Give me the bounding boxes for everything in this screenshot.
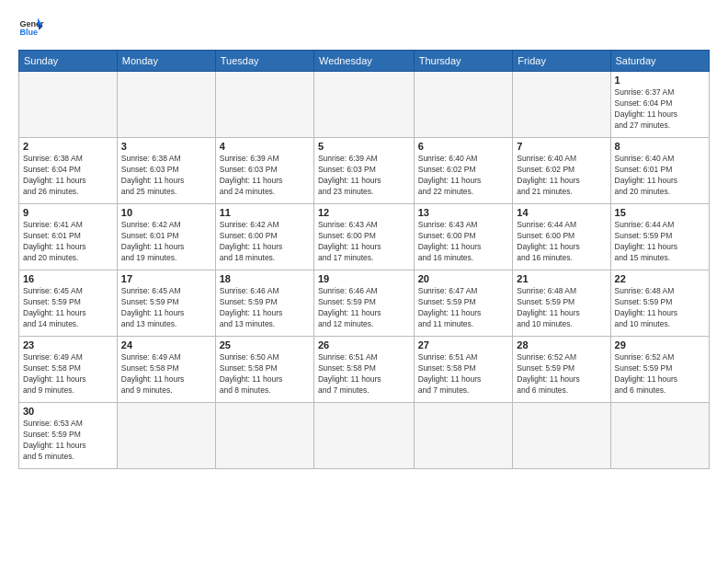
calendar-cell bbox=[313, 72, 414, 138]
day-info: Sunrise: 6:38 AM Sunset: 6:03 PM Dayligh… bbox=[121, 154, 211, 198]
week-row-5: 23Sunrise: 6:49 AM Sunset: 5:58 PM Dayli… bbox=[19, 337, 710, 403]
day-number: 19 bbox=[318, 273, 410, 284]
week-row-4: 16Sunrise: 6:45 AM Sunset: 5:59 PM Dayli… bbox=[19, 270, 710, 337]
calendar-cell bbox=[215, 72, 313, 138]
day-number: 7 bbox=[517, 141, 606, 152]
day-number: 26 bbox=[318, 339, 410, 350]
calendar-cell: 3Sunrise: 6:38 AM Sunset: 6:03 PM Daylig… bbox=[117, 138, 215, 204]
day-number: 29 bbox=[615, 339, 705, 350]
day-info: Sunrise: 6:39 AM Sunset: 6:03 PM Dayligh… bbox=[318, 154, 410, 198]
calendar-cell: 13Sunrise: 6:43 AM Sunset: 6:00 PM Dayli… bbox=[414, 204, 513, 270]
day-info: Sunrise: 6:53 AM Sunset: 5:59 PM Dayligh… bbox=[23, 419, 113, 463]
day-info: Sunrise: 6:40 AM Sunset: 6:01 PM Dayligh… bbox=[615, 154, 705, 198]
calendar-cell: 20Sunrise: 6:47 AM Sunset: 5:59 PM Dayli… bbox=[414, 270, 513, 337]
day-number: 30 bbox=[23, 406, 113, 417]
calendar-cell: 7Sunrise: 6:40 AM Sunset: 6:02 PM Daylig… bbox=[513, 138, 610, 204]
week-row-6: 30Sunrise: 6:53 AM Sunset: 5:59 PM Dayli… bbox=[19, 403, 710, 469]
weekday-header-sunday: Sunday bbox=[19, 51, 118, 72]
day-info: Sunrise: 6:47 AM Sunset: 5:59 PM Dayligh… bbox=[418, 286, 509, 330]
calendar-cell: 25Sunrise: 6:50 AM Sunset: 5:58 PM Dayli… bbox=[215, 337, 313, 403]
day-number: 24 bbox=[121, 339, 211, 350]
day-number: 4 bbox=[220, 141, 310, 152]
day-number: 22 bbox=[615, 273, 705, 284]
day-number: 21 bbox=[517, 273, 606, 284]
day-info: Sunrise: 6:51 AM Sunset: 5:58 PM Dayligh… bbox=[318, 352, 410, 396]
day-number: 16 bbox=[23, 273, 113, 284]
day-info: Sunrise: 6:52 AM Sunset: 5:59 PM Dayligh… bbox=[615, 352, 705, 396]
weekday-header-monday: Monday bbox=[117, 51, 215, 72]
day-info: Sunrise: 6:48 AM Sunset: 5:59 PM Dayligh… bbox=[615, 286, 705, 330]
calendar-cell: 9Sunrise: 6:41 AM Sunset: 6:01 PM Daylig… bbox=[19, 204, 118, 270]
calendar-cell: 17Sunrise: 6:45 AM Sunset: 5:59 PM Dayli… bbox=[117, 270, 215, 337]
calendar-cell: 11Sunrise: 6:42 AM Sunset: 6:00 PM Dayli… bbox=[215, 204, 313, 270]
logo: General Blue bbox=[18, 15, 44, 40]
day-info: Sunrise: 6:44 AM Sunset: 6:00 PM Dayligh… bbox=[517, 220, 606, 264]
day-number: 2 bbox=[23, 141, 113, 152]
day-number: 6 bbox=[418, 141, 509, 152]
day-number: 12 bbox=[318, 207, 410, 218]
day-info: Sunrise: 6:52 AM Sunset: 5:59 PM Dayligh… bbox=[517, 352, 606, 396]
calendar-cell bbox=[19, 72, 118, 138]
day-info: Sunrise: 6:42 AM Sunset: 6:01 PM Dayligh… bbox=[121, 220, 211, 264]
day-info: Sunrise: 6:40 AM Sunset: 6:02 PM Dayligh… bbox=[517, 154, 606, 198]
calendar-cell bbox=[215, 403, 313, 469]
calendar-cell: 5Sunrise: 6:39 AM Sunset: 6:03 PM Daylig… bbox=[313, 138, 414, 204]
day-number: 23 bbox=[23, 339, 113, 350]
calendar-cell: 21Sunrise: 6:48 AM Sunset: 5:59 PM Dayli… bbox=[513, 270, 610, 337]
calendar-cell: 12Sunrise: 6:43 AM Sunset: 6:00 PM Dayli… bbox=[313, 204, 414, 270]
day-number: 5 bbox=[318, 141, 410, 152]
calendar-table: SundayMondayTuesdayWednesdayThursdayFrid… bbox=[18, 50, 710, 469]
weekday-header-thursday: Thursday bbox=[414, 51, 513, 72]
calendar-cell: 2Sunrise: 6:38 AM Sunset: 6:04 PM Daylig… bbox=[19, 138, 118, 204]
calendar-cell: 30Sunrise: 6:53 AM Sunset: 5:59 PM Dayli… bbox=[19, 403, 118, 469]
day-number: 27 bbox=[418, 339, 509, 350]
day-info: Sunrise: 6:38 AM Sunset: 6:04 PM Dayligh… bbox=[23, 154, 113, 198]
calendar-cell bbox=[513, 72, 610, 138]
week-row-3: 9Sunrise: 6:41 AM Sunset: 6:01 PM Daylig… bbox=[19, 204, 710, 270]
calendar-cell: 18Sunrise: 6:46 AM Sunset: 5:59 PM Dayli… bbox=[215, 270, 313, 337]
calendar-cell: 14Sunrise: 6:44 AM Sunset: 6:00 PM Dayli… bbox=[513, 204, 610, 270]
weekday-header-wednesday: Wednesday bbox=[313, 51, 414, 72]
weekday-header-friday: Friday bbox=[513, 51, 610, 72]
day-info: Sunrise: 6:48 AM Sunset: 5:59 PM Dayligh… bbox=[517, 286, 606, 330]
calendar-cell: 16Sunrise: 6:45 AM Sunset: 5:59 PM Dayli… bbox=[19, 270, 118, 337]
day-info: Sunrise: 6:46 AM Sunset: 5:59 PM Dayligh… bbox=[318, 286, 410, 330]
calendar-cell: 29Sunrise: 6:52 AM Sunset: 5:59 PM Dayli… bbox=[610, 337, 709, 403]
calendar-cell: 28Sunrise: 6:52 AM Sunset: 5:59 PM Dayli… bbox=[513, 337, 610, 403]
day-number: 10 bbox=[121, 207, 211, 218]
day-info: Sunrise: 6:46 AM Sunset: 5:59 PM Dayligh… bbox=[220, 286, 310, 330]
calendar-cell: 10Sunrise: 6:42 AM Sunset: 6:01 PM Dayli… bbox=[117, 204, 215, 270]
calendar-cell bbox=[610, 403, 709, 469]
day-number: 11 bbox=[220, 207, 310, 218]
day-info: Sunrise: 6:43 AM Sunset: 6:00 PM Dayligh… bbox=[318, 220, 410, 264]
calendar-cell: 8Sunrise: 6:40 AM Sunset: 6:01 PM Daylig… bbox=[610, 138, 709, 204]
day-number: 9 bbox=[23, 207, 113, 218]
day-number: 15 bbox=[615, 207, 705, 218]
day-info: Sunrise: 6:45 AM Sunset: 5:59 PM Dayligh… bbox=[121, 286, 211, 330]
calendar-cell bbox=[414, 72, 513, 138]
week-row-1: 1Sunrise: 6:37 AM Sunset: 6:04 PM Daylig… bbox=[19, 72, 710, 138]
logo-icon: General Blue bbox=[18, 15, 44, 40]
calendar-cell: 22Sunrise: 6:48 AM Sunset: 5:59 PM Dayli… bbox=[610, 270, 709, 337]
calendar-cell: 1Sunrise: 6:37 AM Sunset: 6:04 PM Daylig… bbox=[610, 72, 709, 138]
day-info: Sunrise: 6:41 AM Sunset: 6:01 PM Dayligh… bbox=[23, 220, 113, 264]
week-row-2: 2Sunrise: 6:38 AM Sunset: 6:04 PM Daylig… bbox=[19, 138, 710, 204]
day-number: 13 bbox=[418, 207, 509, 218]
day-info: Sunrise: 6:40 AM Sunset: 6:02 PM Dayligh… bbox=[418, 154, 509, 198]
calendar-cell bbox=[117, 72, 215, 138]
header: General Blue bbox=[18, 15, 710, 40]
calendar-cell bbox=[513, 403, 610, 469]
day-number: 17 bbox=[121, 273, 211, 284]
day-info: Sunrise: 6:39 AM Sunset: 6:03 PM Dayligh… bbox=[220, 154, 310, 198]
calendar-cell: 15Sunrise: 6:44 AM Sunset: 5:59 PM Dayli… bbox=[610, 204, 709, 270]
day-info: Sunrise: 6:43 AM Sunset: 6:00 PM Dayligh… bbox=[418, 220, 509, 264]
day-info: Sunrise: 6:44 AM Sunset: 5:59 PM Dayligh… bbox=[615, 220, 705, 264]
day-number: 18 bbox=[220, 273, 310, 284]
day-number: 20 bbox=[418, 273, 509, 284]
day-info: Sunrise: 6:49 AM Sunset: 5:58 PM Dayligh… bbox=[121, 352, 211, 396]
day-info: Sunrise: 6:49 AM Sunset: 5:58 PM Dayligh… bbox=[23, 352, 113, 396]
day-number: 8 bbox=[615, 141, 705, 152]
calendar-cell bbox=[117, 403, 215, 469]
calendar-cell: 6Sunrise: 6:40 AM Sunset: 6:02 PM Daylig… bbox=[414, 138, 513, 204]
calendar-cell bbox=[414, 403, 513, 469]
